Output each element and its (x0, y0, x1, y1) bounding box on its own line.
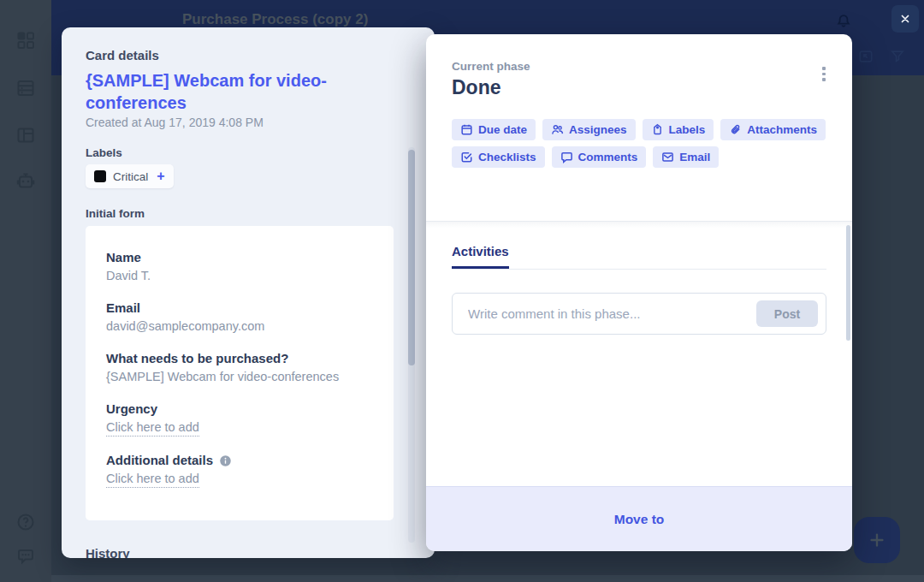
right-panel-scrollbar[interactable] (846, 225, 850, 341)
form-field-purchase: What needs to be purchased? {SAMPLE] Web… (106, 351, 373, 385)
field-label: Email (106, 300, 373, 316)
left-panel-scrollbar[interactable] (408, 150, 415, 365)
initial-form-card: Name David T. Email david@samplecompany.… (86, 226, 394, 520)
form-field-urgency: Urgency Click here to add (106, 401, 373, 436)
info-icon (219, 454, 232, 467)
phase-name: Done (452, 76, 826, 99)
create-card-fab (854, 517, 900, 563)
assignees-icon (551, 123, 564, 136)
initial-form-label: Initial form (86, 207, 145, 220)
board-bottom-strip (51, 575, 924, 582)
label-name: Critical (113, 170, 148, 183)
kanban-board-icon (15, 125, 36, 146)
move-to-button[interactable]: Move to (426, 486, 852, 551)
labels-button[interactable]: Labels (643, 119, 714, 140)
card-details-label: Card details (86, 48, 159, 62)
field-label: Additional details (106, 453, 213, 468)
board-title: Purchase Process (copy 2) (182, 11, 368, 28)
history-section-label: History (86, 546, 130, 558)
field-value[interactable]: David T. (106, 268, 373, 284)
close-icon[interactable] (891, 5, 919, 33)
pipes-list-icon (15, 78, 36, 98)
click-here-to-add-link[interactable]: Click here to add (106, 471, 199, 488)
assignees-button[interactable]: Assignees (542, 119, 636, 140)
card-details-panel: Card details {SAMPLE] Webcam for video-c… (62, 27, 435, 558)
form-field-name: Name David T. (106, 250, 373, 284)
form-field-email: Email david@samplecompany.com (106, 300, 373, 335)
calendar-icon (460, 123, 473, 136)
comment-composer: Post (452, 293, 826, 335)
kebab-menu-icon[interactable] (818, 67, 830, 86)
form-field-additional-details: Additional details Click here to add (106, 453, 373, 488)
due-date-button[interactable]: Due date (452, 119, 536, 140)
label-chip-critical[interactable]: Critical + (86, 164, 174, 188)
phase-actions: Due date Assignees Labels (452, 119, 828, 168)
field-value[interactable]: {SAMPLE] Webcam for video-conferences (106, 369, 373, 385)
filter-icon (889, 48, 906, 65)
chat-support-icon (15, 547, 36, 567)
tag-icon (651, 123, 664, 136)
paperclip-icon (729, 123, 742, 136)
label-color-swatch (94, 170, 106, 182)
attachments-button[interactable]: Attachments (720, 119, 826, 140)
comment-input[interactable] (468, 306, 756, 321)
comment-icon (560, 151, 573, 163)
notifications-bell-icon (834, 12, 853, 31)
checklist-icon (460, 151, 473, 163)
automation-robot-icon (15, 171, 36, 192)
card-history-icon (857, 48, 874, 65)
field-label: What needs to be purchased? (106, 351, 373, 366)
phase-panel: Current phase Done Due date Assignees (426, 34, 852, 551)
field-value[interactable]: david@samplecompany.com (106, 318, 373, 335)
tab-activities[interactable]: Activities (452, 244, 509, 269)
apps-grid-icon (15, 30, 36, 50)
checklists-button[interactable]: Checklists (452, 146, 545, 168)
field-label: Name (106, 250, 373, 265)
app-sidebar (0, 0, 51, 582)
help-icon (15, 512, 36, 532)
activities-tabs: Activities (452, 244, 826, 270)
post-button[interactable]: Post (756, 300, 818, 327)
card-title: {SAMPLE] Webcam for video-conferences (86, 69, 387, 114)
activities-section: Activities Post (426, 221, 852, 486)
labels-section-label: Labels (86, 146, 122, 159)
current-phase-label: Current phase (452, 60, 826, 73)
click-here-to-add-link[interactable]: Click here to add (106, 419, 199, 436)
mail-icon (661, 151, 674, 163)
add-label-button[interactable]: + (157, 169, 164, 184)
email-button[interactable]: Email (653, 146, 719, 168)
card-created-at: Created at Aug 17, 2019 4:08 PM (86, 116, 264, 129)
comments-button[interactable]: Comments (552, 146, 647, 168)
field-label: Urgency (106, 401, 373, 417)
phase-header-section: Current phase Done Due date Assignees (426, 34, 852, 221)
